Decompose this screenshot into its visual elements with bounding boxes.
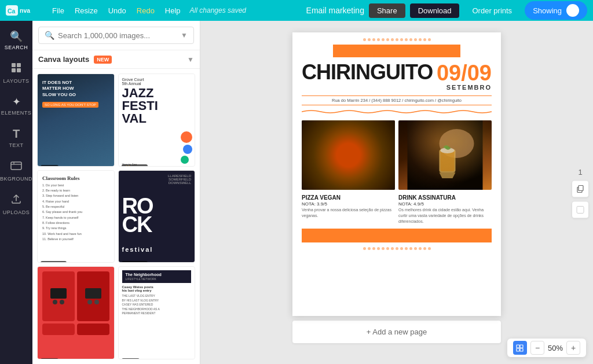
svg-rect-6: [17, 68, 21, 72]
template-badge-rock: 👑 FREE: [122, 261, 148, 263]
svg-point-9: [334, 145, 346, 154]
flyer-orange-bar-bottom: [302, 229, 492, 242]
main-layout: 🔍 Search Layouts ✦ Elements T Text Bkgro…: [0, 21, 593, 364]
canvas-page[interactable]: CHIRINGUITO 09/09 SETEMBRO Rua do Marrin…: [292, 32, 501, 316]
flyer-title: CHIRINGUITO: [302, 62, 433, 83]
sidebar-label-uploads: Uploads: [3, 209, 30, 215]
share-button[interactable]: Share: [369, 3, 405, 18]
delete-page-button[interactable]: [572, 201, 588, 218]
sidebar-label-text: Text: [9, 142, 23, 148]
zoom-out-button[interactable]: −: [530, 341, 544, 355]
filter-label: Canva layouts: [38, 55, 89, 64]
left-sidebar: 🔍 Search Layouts ✦ Elements T Text Bkgro…: [0, 21, 32, 364]
page-number: 1: [578, 167, 582, 176]
order-prints-button[interactable]: Order prints: [464, 3, 520, 18]
template-badge-cassette: FREE: [41, 358, 58, 359]
add-page-button[interactable]: + Add a new page: [292, 321, 501, 343]
zoom-bar: − 50% +: [507, 339, 586, 357]
flyer-orange-bar-top: [333, 45, 460, 57]
drink-image: [398, 120, 492, 190]
sidebar-item-background[interactable]: Bkground: [2, 155, 31, 186]
menu-help[interactable]: Help: [162, 5, 184, 16]
flyer-content: CHIRINGUITO 09/09 SETEMBRO Rua do Marrin…: [292, 32, 501, 316]
svg-point-15: [440, 129, 474, 158]
avatar: [566, 4, 579, 17]
template-badge-free1: FREE: [41, 165, 58, 166]
text-icon: T: [13, 127, 20, 141]
sidebar-label-bkground: Bkground: [0, 176, 32, 182]
menu-item-pizza: PIZZA VEGAN NOTA: 3.9/5 Venha provar a n…: [302, 194, 395, 224]
svg-rect-24: [517, 348, 519, 351]
flyer-dots-bottom: [292, 245, 501, 255]
svg-point-18: [441, 148, 455, 153]
template-motivational[interactable]: IT DOES NOTMATTER HOWSLOW YOU GO SO LONG…: [37, 73, 115, 167]
menu-redo[interactable]: Redo: [133, 5, 158, 16]
flyer-date: 09/09: [437, 62, 492, 84]
menu-file[interactable]: File: [49, 5, 68, 16]
layouts-icon: [10, 62, 22, 76]
save-status: All changes saved: [190, 6, 246, 14]
svg-rect-17: [441, 150, 455, 171]
flyer-header: CHIRINGUITO 09/09 SETEMBRO: [292, 57, 501, 93]
svg-rect-22: [517, 345, 519, 348]
download-button[interactable]: Download: [410, 3, 460, 18]
sidebar-item-uploads[interactable]: Uploads: [2, 189, 31, 220]
template-badge-neighborhood: FREE: [122, 358, 140, 359]
template-badge-jazz: 👑 FREE: [122, 164, 148, 166]
sidebar-item-elements[interactable]: ✦ Elements: [2, 91, 31, 120]
template-neighborhood[interactable]: The NeighborhoodLIFESTYLE NETWORK Casey …: [118, 266, 196, 359]
zoom-level: 50%: [548, 344, 563, 352]
canvas-scroll: CHIRINGUITO 09/09 SETEMBRO Rua do Marrin…: [200, 21, 593, 364]
background-icon: [10, 160, 22, 174]
canva-logo[interactable]: Ca nva: [6, 4, 41, 17]
search-input[interactable]: [58, 31, 177, 40]
canvas-area: CHIRINGUITO 09/09 SETEMBRO Rua do Marrin…: [200, 21, 593, 364]
showing-button[interactable]: Showing: [525, 1, 587, 20]
svg-rect-3: [12, 63, 16, 67]
svg-point-8: [317, 125, 380, 185]
zoom-in-button[interactable]: +: [566, 341, 580, 355]
elements-icon: ✦: [12, 95, 21, 108]
search-dropdown-icon[interactable]: ▼: [181, 31, 188, 39]
panel-search-area: 🔍 ▼: [32, 21, 200, 50]
svg-rect-16: [440, 149, 456, 172]
search-box[interactable]: 🔍 ▼: [38, 27, 194, 44]
filter-dropdown-icon[interactable]: ▼: [187, 56, 194, 64]
template-jazz[interactable]: Grove Court5th Annual JAZZFESTIVAL How t…: [118, 73, 196, 167]
pizza-image: [302, 120, 395, 190]
svg-point-13: [335, 159, 339, 163]
sidebar-label-elements: Elements: [1, 110, 32, 116]
sidebar-item-layouts[interactable]: Layouts: [2, 57, 31, 89]
template-classroom[interactable]: Classroom Rules 1. Do your best 2. Be re…: [37, 170, 115, 263]
flyer-dots-top: [292, 32, 501, 41]
project-title: Email marketing: [306, 6, 364, 15]
fit-screen-button[interactable]: [513, 341, 527, 355]
sidebar-label-search: Search: [5, 45, 28, 50]
template-rock[interactable]: LLARESFIELDSOMERFIELDDOWNSWELL ROCK fest…: [118, 170, 196, 263]
sidebar-item-search[interactable]: 🔍 Search: [2, 25, 31, 55]
svg-point-12: [352, 144, 357, 149]
templates-grid: IT DOES NOTMATTER HOWSLOW YOU GO SO LONG…: [32, 69, 200, 364]
duplicate-page-button[interactable]: [572, 181, 588, 197]
menu-item-drink: DRINK ASSINATURA NOTA: 4.9/5 Os melhores…: [398, 194, 492, 224]
panel-filter-bar: Canva layouts NEW ▼: [32, 50, 200, 69]
svg-text:nva: nva: [20, 7, 30, 14]
flyer-menu-grid: PIZZA VEGAN NOTA: 3.9/5 Venha provar a n…: [302, 194, 492, 224]
flyer-images: [302, 120, 492, 190]
svg-text:Ca: Ca: [8, 8, 16, 14]
svg-point-10: [353, 157, 362, 165]
sidebar-label-layouts: Layouts: [3, 78, 30, 84]
svg-rect-5: [12, 68, 16, 72]
svg-rect-23: [520, 345, 523, 348]
svg-rect-21: [577, 206, 584, 213]
menu-undo[interactable]: Undo: [105, 5, 130, 16]
sidebar-item-text[interactable]: T Text: [2, 123, 31, 153]
svg-rect-4: [17, 63, 21, 67]
template-cassette[interactable]: FREE: [37, 266, 115, 359]
svg-rect-25: [520, 348, 523, 351]
menu-resize[interactable]: Resize: [71, 5, 101, 16]
uploads-icon: [10, 193, 22, 208]
top-navigation: Ca nva File Resize Undo Redo Help All ch…: [0, 0, 593, 21]
right-tools: 1: [572, 167, 588, 218]
search-icon: 🔍: [10, 30, 23, 43]
